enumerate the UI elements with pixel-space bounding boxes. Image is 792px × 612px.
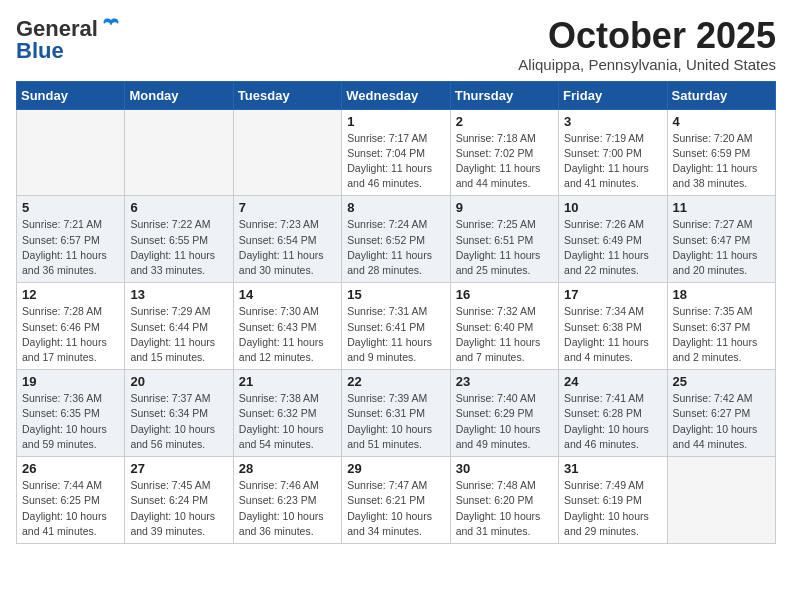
logo-bird-icon bbox=[100, 16, 122, 38]
day-number: 4 bbox=[673, 114, 770, 129]
day-info: Sunrise: 7:42 AM Sunset: 6:27 PM Dayligh… bbox=[673, 391, 770, 452]
calendar-day-23: 23Sunrise: 7:40 AM Sunset: 6:29 PM Dayli… bbox=[450, 370, 558, 457]
day-info: Sunrise: 7:19 AM Sunset: 7:00 PM Dayligh… bbox=[564, 131, 661, 192]
calendar-day-24: 24Sunrise: 7:41 AM Sunset: 6:28 PM Dayli… bbox=[559, 370, 667, 457]
day-number: 8 bbox=[347, 200, 444, 215]
day-number: 22 bbox=[347, 374, 444, 389]
calendar-day-26: 26Sunrise: 7:44 AM Sunset: 6:25 PM Dayli… bbox=[17, 457, 125, 544]
calendar-week-row: 26Sunrise: 7:44 AM Sunset: 6:25 PM Dayli… bbox=[17, 457, 776, 544]
day-number: 7 bbox=[239, 200, 336, 215]
calendar-day-empty bbox=[667, 457, 775, 544]
day-number: 5 bbox=[22, 200, 119, 215]
day-info: Sunrise: 7:49 AM Sunset: 6:19 PM Dayligh… bbox=[564, 478, 661, 539]
day-info: Sunrise: 7:48 AM Sunset: 6:20 PM Dayligh… bbox=[456, 478, 553, 539]
calendar-day-empty bbox=[233, 109, 341, 196]
day-info: Sunrise: 7:41 AM Sunset: 6:28 PM Dayligh… bbox=[564, 391, 661, 452]
day-number: 10 bbox=[564, 200, 661, 215]
day-info: Sunrise: 7:29 AM Sunset: 6:44 PM Dayligh… bbox=[130, 304, 227, 365]
day-info: Sunrise: 7:30 AM Sunset: 6:43 PM Dayligh… bbox=[239, 304, 336, 365]
header-sunday: Sunday bbox=[17, 81, 125, 109]
calendar-day-15: 15Sunrise: 7:31 AM Sunset: 6:41 PM Dayli… bbox=[342, 283, 450, 370]
calendar-day-empty bbox=[17, 109, 125, 196]
day-number: 14 bbox=[239, 287, 336, 302]
calendar-header-row: SundayMondayTuesdayWednesdayThursdayFrid… bbox=[17, 81, 776, 109]
day-number: 15 bbox=[347, 287, 444, 302]
day-info: Sunrise: 7:35 AM Sunset: 6:37 PM Dayligh… bbox=[673, 304, 770, 365]
day-number: 24 bbox=[564, 374, 661, 389]
day-info: Sunrise: 7:22 AM Sunset: 6:55 PM Dayligh… bbox=[130, 217, 227, 278]
day-number: 6 bbox=[130, 200, 227, 215]
day-number: 20 bbox=[130, 374, 227, 389]
calendar-day-30: 30Sunrise: 7:48 AM Sunset: 6:20 PM Dayli… bbox=[450, 457, 558, 544]
calendar-day-31: 31Sunrise: 7:49 AM Sunset: 6:19 PM Dayli… bbox=[559, 457, 667, 544]
day-info: Sunrise: 7:21 AM Sunset: 6:57 PM Dayligh… bbox=[22, 217, 119, 278]
day-number: 26 bbox=[22, 461, 119, 476]
calendar-day-2: 2Sunrise: 7:18 AM Sunset: 7:02 PM Daylig… bbox=[450, 109, 558, 196]
logo-blue: Blue bbox=[16, 38, 64, 64]
calendar-day-22: 22Sunrise: 7:39 AM Sunset: 6:31 PM Dayli… bbox=[342, 370, 450, 457]
day-number: 12 bbox=[22, 287, 119, 302]
calendar-week-row: 5Sunrise: 7:21 AM Sunset: 6:57 PM Daylig… bbox=[17, 196, 776, 283]
day-info: Sunrise: 7:46 AM Sunset: 6:23 PM Dayligh… bbox=[239, 478, 336, 539]
calendar-day-10: 10Sunrise: 7:26 AM Sunset: 6:49 PM Dayli… bbox=[559, 196, 667, 283]
day-info: Sunrise: 7:24 AM Sunset: 6:52 PM Dayligh… bbox=[347, 217, 444, 278]
calendar-day-12: 12Sunrise: 7:28 AM Sunset: 6:46 PM Dayli… bbox=[17, 283, 125, 370]
calendar-day-20: 20Sunrise: 7:37 AM Sunset: 6:34 PM Dayli… bbox=[125, 370, 233, 457]
day-number: 19 bbox=[22, 374, 119, 389]
day-info: Sunrise: 7:39 AM Sunset: 6:31 PM Dayligh… bbox=[347, 391, 444, 452]
calendar-week-row: 19Sunrise: 7:36 AM Sunset: 6:35 PM Dayli… bbox=[17, 370, 776, 457]
calendar-day-27: 27Sunrise: 7:45 AM Sunset: 6:24 PM Dayli… bbox=[125, 457, 233, 544]
calendar-day-16: 16Sunrise: 7:32 AM Sunset: 6:40 PM Dayli… bbox=[450, 283, 558, 370]
day-number: 9 bbox=[456, 200, 553, 215]
location-title: Aliquippa, Pennsylvania, United States bbox=[518, 56, 776, 73]
calendar-day-25: 25Sunrise: 7:42 AM Sunset: 6:27 PM Dayli… bbox=[667, 370, 775, 457]
day-info: Sunrise: 7:27 AM Sunset: 6:47 PM Dayligh… bbox=[673, 217, 770, 278]
calendar-day-11: 11Sunrise: 7:27 AM Sunset: 6:47 PM Dayli… bbox=[667, 196, 775, 283]
day-info: Sunrise: 7:44 AM Sunset: 6:25 PM Dayligh… bbox=[22, 478, 119, 539]
day-number: 13 bbox=[130, 287, 227, 302]
day-number: 29 bbox=[347, 461, 444, 476]
day-number: 23 bbox=[456, 374, 553, 389]
day-info: Sunrise: 7:25 AM Sunset: 6:51 PM Dayligh… bbox=[456, 217, 553, 278]
calendar-day-14: 14Sunrise: 7:30 AM Sunset: 6:43 PM Dayli… bbox=[233, 283, 341, 370]
day-info: Sunrise: 7:26 AM Sunset: 6:49 PM Dayligh… bbox=[564, 217, 661, 278]
day-info: Sunrise: 7:23 AM Sunset: 6:54 PM Dayligh… bbox=[239, 217, 336, 278]
header-friday: Friday bbox=[559, 81, 667, 109]
calendar-day-19: 19Sunrise: 7:36 AM Sunset: 6:35 PM Dayli… bbox=[17, 370, 125, 457]
calendar-day-3: 3Sunrise: 7:19 AM Sunset: 7:00 PM Daylig… bbox=[559, 109, 667, 196]
calendar-day-28: 28Sunrise: 7:46 AM Sunset: 6:23 PM Dayli… bbox=[233, 457, 341, 544]
day-number: 11 bbox=[673, 200, 770, 215]
day-info: Sunrise: 7:18 AM Sunset: 7:02 PM Dayligh… bbox=[456, 131, 553, 192]
day-info: Sunrise: 7:40 AM Sunset: 6:29 PM Dayligh… bbox=[456, 391, 553, 452]
header-tuesday: Tuesday bbox=[233, 81, 341, 109]
day-info: Sunrise: 7:47 AM Sunset: 6:21 PM Dayligh… bbox=[347, 478, 444, 539]
day-number: 18 bbox=[673, 287, 770, 302]
day-info: Sunrise: 7:34 AM Sunset: 6:38 PM Dayligh… bbox=[564, 304, 661, 365]
day-info: Sunrise: 7:45 AM Sunset: 6:24 PM Dayligh… bbox=[130, 478, 227, 539]
day-info: Sunrise: 7:28 AM Sunset: 6:46 PM Dayligh… bbox=[22, 304, 119, 365]
calendar-day-21: 21Sunrise: 7:38 AM Sunset: 6:32 PM Dayli… bbox=[233, 370, 341, 457]
calendar-day-7: 7Sunrise: 7:23 AM Sunset: 6:54 PM Daylig… bbox=[233, 196, 341, 283]
day-number: 2 bbox=[456, 114, 553, 129]
calendar-day-1: 1Sunrise: 7:17 AM Sunset: 7:04 PM Daylig… bbox=[342, 109, 450, 196]
day-number: 30 bbox=[456, 461, 553, 476]
calendar-day-4: 4Sunrise: 7:20 AM Sunset: 6:59 PM Daylig… bbox=[667, 109, 775, 196]
calendar-day-8: 8Sunrise: 7:24 AM Sunset: 6:52 PM Daylig… bbox=[342, 196, 450, 283]
month-title: October 2025 bbox=[518, 16, 776, 56]
day-info: Sunrise: 7:20 AM Sunset: 6:59 PM Dayligh… bbox=[673, 131, 770, 192]
calendar-day-6: 6Sunrise: 7:22 AM Sunset: 6:55 PM Daylig… bbox=[125, 196, 233, 283]
day-number: 3 bbox=[564, 114, 661, 129]
calendar-day-29: 29Sunrise: 7:47 AM Sunset: 6:21 PM Dayli… bbox=[342, 457, 450, 544]
calendar-table: SundayMondayTuesdayWednesdayThursdayFrid… bbox=[16, 81, 776, 544]
header-saturday: Saturday bbox=[667, 81, 775, 109]
day-info: Sunrise: 7:37 AM Sunset: 6:34 PM Dayligh… bbox=[130, 391, 227, 452]
calendar-day-5: 5Sunrise: 7:21 AM Sunset: 6:57 PM Daylig… bbox=[17, 196, 125, 283]
day-number: 31 bbox=[564, 461, 661, 476]
day-number: 21 bbox=[239, 374, 336, 389]
logo: General Blue bbox=[16, 16, 122, 64]
calendar-week-row: 12Sunrise: 7:28 AM Sunset: 6:46 PM Dayli… bbox=[17, 283, 776, 370]
day-number: 17 bbox=[564, 287, 661, 302]
header-thursday: Thursday bbox=[450, 81, 558, 109]
header-wednesday: Wednesday bbox=[342, 81, 450, 109]
day-info: Sunrise: 7:38 AM Sunset: 6:32 PM Dayligh… bbox=[239, 391, 336, 452]
